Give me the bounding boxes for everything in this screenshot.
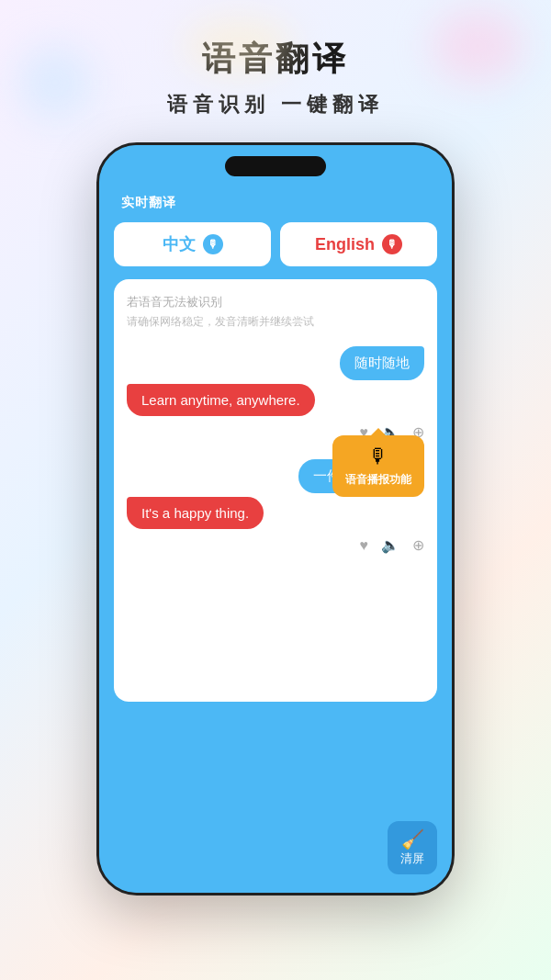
clear-label: 清屏 — [400, 851, 424, 865]
app-content: 实时翻译 中文 🎙 English 🎙 若语音无法被识别 请确保网络稳定，发音清… — [99, 145, 452, 893]
action-row-2: ♥ 🔈 ⊕ — [127, 533, 424, 563]
english-label: English — [315, 235, 375, 254]
bubble-red-1: Learn anytime, anywhere. — [127, 384, 315, 416]
speaker-icon-2[interactable]: 🔈 — [381, 536, 399, 554]
english-lang-button[interactable]: English 🎙 — [280, 222, 437, 266]
chat-area: 若语音无法被识别 请确保网络稳定，发音清晰并继续尝试 随时随地 Learn an… — [114, 279, 437, 702]
app-header: 实时翻译 — [114, 191, 437, 222]
tooltip-label: 语音播报功能 — [345, 472, 411, 488]
chinese-lang-button[interactable]: 中文 🎙 — [114, 222, 271, 266]
bubble-right-1: 随时随地 — [127, 346, 424, 380]
error-message-line1: 若语音无法被识别 — [127, 294, 424, 310]
clear-screen-button[interactable]: 🧹 清屏 — [388, 821, 437, 874]
bubble-left-2: It's a happy thing. — [127, 497, 424, 529]
bubble-left-1: Learn anytime, anywhere. — [127, 384, 424, 416]
chinese-label: 中文 — [163, 233, 196, 255]
heart-icon-2[interactable]: ♥ — [360, 537, 369, 554]
copy-icon-2[interactable]: ⊕ — [412, 536, 424, 554]
bubble-blue-1: 随时随地 — [340, 346, 424, 380]
error-message-line2: 请确保网络稳定，发音清晰并继续尝试 — [127, 314, 424, 330]
phone-frame: 实时翻译 中文 🎙 English 🎙 若语音无法被识别 请确保网络稳定，发音清… — [96, 142, 455, 896]
bg-blob-2 — [18, 46, 92, 119]
bg-blob-3 — [184, 18, 294, 73]
tooltip-mic-icon: 🎙 — [345, 445, 411, 468]
clear-broom-icon: 🧹 — [400, 828, 424, 850]
phone-notch — [225, 156, 326, 176]
lang-buttons-row: 中文 🎙 English 🎙 — [114, 222, 437, 266]
chinese-mic-icon: 🎙 — [203, 234, 223, 254]
english-mic-icon: 🎙 — [382, 234, 402, 254]
bg-blob-1 — [432, 9, 523, 83]
bubble-red-2: It's a happy thing. — [127, 497, 264, 529]
tooltip-popup: 🎙 语音播报功能 — [332, 435, 424, 497]
